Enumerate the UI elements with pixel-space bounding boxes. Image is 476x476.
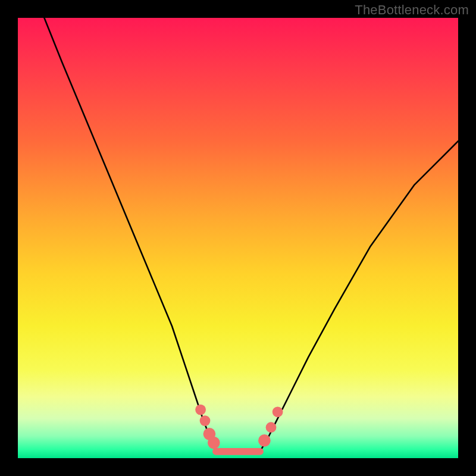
curve-svg <box>18 18 458 458</box>
chart-frame: TheBottleneck.com <box>0 0 476 476</box>
marker-bead <box>266 422 277 433</box>
marker-bead <box>200 415 211 426</box>
marker-bead <box>258 434 271 447</box>
marker-bead <box>273 406 283 417</box>
series-left-curve <box>44 18 216 452</box>
series-right-curve <box>260 141 458 452</box>
marker-bead <box>208 437 220 449</box>
plot-area <box>18 18 458 458</box>
marker-bead <box>195 405 206 415</box>
watermark-label: TheBottleneck.com <box>355 2 469 18</box>
